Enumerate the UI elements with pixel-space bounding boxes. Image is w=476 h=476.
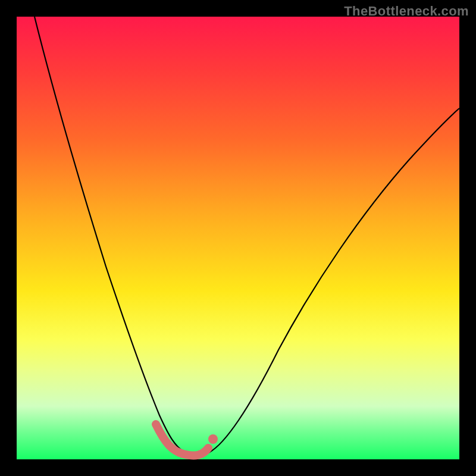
chart-svg bbox=[17, 17, 459, 459]
plot-area bbox=[17, 17, 459, 459]
optimal-point-dot bbox=[208, 434, 218, 444]
watermark-text: TheBottleneck.com bbox=[344, 4, 469, 19]
optimal-range-band bbox=[156, 424, 208, 456]
outer-frame: TheBottleneck.com bbox=[0, 0, 476, 476]
bottleneck-curve bbox=[35, 17, 459, 456]
